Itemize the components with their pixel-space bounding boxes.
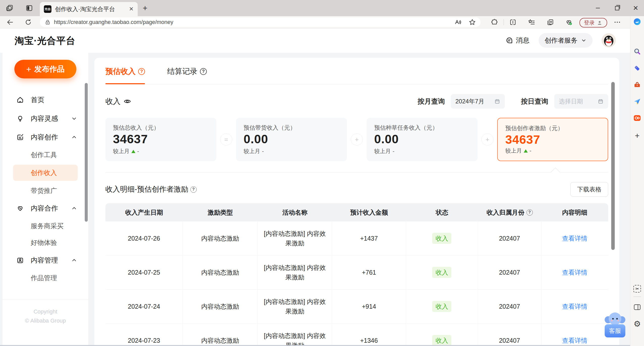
card-seeding-task-income[interactable]: 预估种草任务收入（元） 0.00 较上月 -	[367, 118, 478, 161]
site-logo[interactable]: 淘宝·光合平台	[15, 35, 75, 47]
day-query-label: 按日查询	[521, 97, 548, 106]
messages-button[interactable]: 消息	[505, 36, 530, 45]
new-tab-button[interactable]: +	[143, 4, 148, 13]
tab-actions-icon[interactable]	[25, 4, 33, 12]
sidebar-item-creation[interactable]: 内容创作	[3, 128, 88, 147]
sidebar-item-inspiration[interactable]: 内容灵感	[3, 109, 88, 128]
sidebar-item-home[interactable]: 首页	[3, 91, 88, 109]
cell-status: 收入	[406, 221, 478, 255]
cell-date: 2024-07-24	[105, 290, 183, 323]
browser-active-tab[interactable]: 光合 创作收入·淘宝光合平台 ✕	[40, 2, 138, 16]
sidebar-panel-icon[interactable]	[633, 303, 641, 311]
tab-estimated-income[interactable]: 预估收入	[105, 66, 145, 84]
sidebar-subitem-promotion[interactable]: 带货推广	[3, 182, 88, 199]
chevron-up-icon	[71, 134, 77, 140]
chevron-down-icon	[71, 116, 77, 122]
table-header: 收入产生日期 激励类型 活动名称 预计收入金额 状态 收入归属月份 内容明细	[105, 203, 608, 221]
back-icon[interactable]	[6, 18, 14, 26]
sidebar-add-icon[interactable]: +	[633, 132, 641, 140]
edge-sidebar: + ✂ ⚙	[630, 16, 644, 346]
tab-close-icon[interactable]: ✕	[129, 6, 134, 12]
content-manage-icon	[16, 256, 24, 264]
compare-delta: -	[530, 148, 531, 154]
download-table-button[interactable]: 下载表格	[570, 182, 608, 197]
month-value: 2024年7月	[455, 97, 484, 105]
split-screen-icon[interactable]	[509, 18, 517, 26]
search-icon[interactable]	[633, 47, 641, 55]
toolbox-icon[interactable]	[633, 81, 641, 89]
card-total-income[interactable]: 预估总收入（元） 34637 较上月 -	[105, 118, 216, 161]
income-tabs: 预估收入 结算记录	[105, 58, 608, 84]
window-restore-button[interactable]	[611, 4, 623, 13]
copyright-footer: Copyright © Alibaba Group	[3, 307, 88, 325]
status-badge: 收入	[432, 335, 451, 345]
toolbar-divider	[504, 19, 504, 25]
screenshot-icon[interactable]: ✂	[633, 285, 641, 293]
creator-services-label: 创作者服务	[545, 36, 577, 45]
address-bar[interactable]: https://creator.guanghe.taobao.com/page/…	[40, 17, 481, 27]
lock-icon	[44, 19, 51, 25]
customer-service-button[interactable]: 客服	[605, 312, 625, 337]
workspaces-icon[interactable]	[6, 4, 14, 12]
window-bottom-edge	[0, 345, 644, 346]
col-detail: 内容明细	[541, 203, 608, 221]
publish-work-button[interactable]: + 发布作品	[14, 60, 76, 78]
table-row: 2024-07-23 内容动态激励 [内容动态激励] 内容效果激励 +1346 …	[105, 324, 608, 345]
sidebar-scrollbar-thumb[interactable]	[85, 83, 88, 222]
col-status: 状态	[406, 203, 478, 221]
view-details-link[interactable]: 查看详情	[562, 302, 587, 311]
collections-icon[interactable]	[546, 18, 554, 26]
day-picker[interactable]: 选择日期	[554, 94, 608, 109]
table-row: 2024-07-26 内容动态激励 [内容动态激励] 内容效果激励 +1437 …	[105, 221, 608, 255]
elephant-mascot-icon	[605, 312, 625, 325]
sidebar-subitem-creation-income[interactable]: 创作收入	[13, 165, 78, 181]
shopping-tag-icon[interactable]	[633, 64, 641, 72]
sidebar-item-cooperation[interactable]: 内容合作	[3, 199, 88, 218]
sidebar-subitem-creation-tools[interactable]: 创作工具	[3, 147, 88, 163]
help-icon[interactable]	[526, 209, 533, 216]
help-icon[interactable]	[200, 68, 207, 75]
sidebar-subitem-service-purchase[interactable]: 服务商采买	[3, 218, 88, 234]
card-value: 34637	[113, 132, 209, 146]
sidebar-item-label: 内容创作	[31, 133, 58, 142]
copilot-icon[interactable]	[633, 18, 641, 26]
view-details-link[interactable]: 查看详情	[562, 268, 587, 277]
cell-amount: +914	[332, 290, 406, 323]
sidebar-subitem-works-management[interactable]: 作品管理	[3, 270, 88, 286]
paper-plane-icon[interactable]	[633, 97, 641, 105]
read-aloud-icon[interactable]	[454, 18, 461, 26]
favorite-star-icon[interactable]	[469, 18, 476, 26]
sidebar-item-management[interactable]: 内容管理	[3, 251, 88, 270]
browser-login-button[interactable]: 登录	[579, 18, 607, 27]
refresh-icon[interactable]	[24, 18, 32, 26]
help-icon[interactable]	[138, 68, 145, 75]
card-goods-income[interactable]: 预估带货收入（元） 0.00 较上月 -	[236, 118, 347, 161]
settings-gear-icon[interactable]: ⚙	[633, 320, 641, 328]
card-creator-incentive[interactable]: 预估创作者激励（元） 34637 较上月 -	[497, 118, 608, 161]
browser-essentials-icon[interactable]	[565, 18, 573, 26]
login-label: 登录	[584, 19, 595, 26]
help-icon[interactable]	[190, 186, 197, 193]
view-details-link[interactable]: 查看详情	[562, 234, 587, 243]
creator-services-dropdown[interactable]: 创作者服务	[539, 33, 593, 48]
kuaishou-app-icon[interactable]	[633, 114, 641, 122]
view-details-link[interactable]: 查看详情	[562, 336, 587, 345]
visibility-eye-icon[interactable]	[124, 98, 131, 105]
tab-label: 预估收入	[105, 66, 136, 77]
copyright-line1: Copyright	[3, 307, 88, 316]
window-close-button[interactable]: ✕	[630, 4, 641, 13]
tab-settlement-records[interactable]: 结算记录	[167, 66, 207, 84]
card-title: 预估创作者激励（元）	[505, 124, 600, 132]
favorites-bar-icon[interactable]	[528, 18, 536, 26]
url-text[interactable]: https://creator.guanghe.taobao.com/page/…	[54, 19, 454, 25]
user-avatar[interactable]	[602, 33, 616, 47]
selected-card-caret	[550, 167, 560, 177]
extensions-icon[interactable]	[491, 18, 499, 26]
cell-type: 内容动态激励	[183, 255, 258, 289]
window-minimize-button[interactable]	[592, 4, 604, 13]
sidebar-subitem-product-trial[interactable]: 好物体验	[3, 234, 88, 251]
page-scrollbar-thumb[interactable]	[611, 82, 615, 250]
month-picker[interactable]: 2024年7月	[451, 94, 505, 109]
more-options-icon[interactable]	[613, 18, 621, 26]
detail-header-row: 收入明细-预估创作者激励 下载表格	[105, 182, 608, 197]
